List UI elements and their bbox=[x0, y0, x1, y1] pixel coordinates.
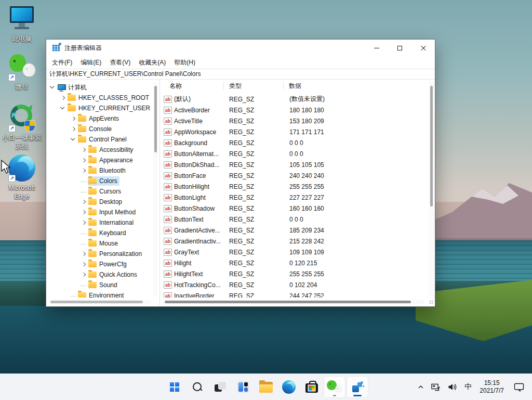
tree-item[interactable]: Control Panel bbox=[46, 134, 153, 145]
chevron-right-icon[interactable] bbox=[69, 125, 77, 133]
registry-value-row[interactable]: ActiveBorderREG_SZ180 180 180 bbox=[161, 105, 428, 115]
tree-item-label[interactable]: Quick Actions bbox=[99, 271, 137, 278]
chevron-right-icon[interactable] bbox=[59, 94, 67, 102]
registry-value-row[interactable]: (默认)REG_SZ(数值未设置) bbox=[161, 94, 428, 105]
registry-value-row[interactable]: ButtonAlternat...REG_SZ0 0 0 bbox=[161, 148, 428, 159]
chevron-right-icon[interactable] bbox=[79, 250, 88, 258]
registry-value-row[interactable]: ButtonHilightREG_SZ255 255 255 bbox=[161, 181, 428, 192]
chevron-right-icon[interactable] bbox=[79, 156, 88, 164]
menu-item[interactable]: 编辑(E) bbox=[76, 58, 105, 67]
column-header[interactable]: 名称 bbox=[161, 82, 224, 90]
widgets-button[interactable] bbox=[233, 377, 254, 397]
close-button[interactable] bbox=[411, 40, 435, 57]
tree-item-label[interactable]: HKEY_CURRENT_USER bbox=[78, 105, 150, 112]
registry-value-row[interactable]: GradientInactiv...REG_SZ215 228 242 bbox=[161, 236, 428, 247]
tree-item-label[interactable]: 计算机 bbox=[68, 83, 87, 92]
tree-item-label[interactable]: Environment bbox=[89, 292, 124, 298]
tree-item[interactable]: HKEY_CLASSES_ROOT bbox=[46, 93, 153, 103]
resize-grip[interactable] bbox=[429, 300, 434, 305]
chevron-right-icon[interactable] bbox=[69, 114, 77, 123]
tree-item[interactable]: 计算机 bbox=[46, 82, 153, 93]
chevron-right-icon[interactable] bbox=[79, 198, 88, 206]
chevron-right-icon[interactable] bbox=[79, 166, 88, 175]
search-button[interactable] bbox=[187, 377, 208, 397]
tree-item[interactable]: HKEY_CURRENT_USER bbox=[46, 103, 153, 113]
desktop-icon-this-pc[interactable]: 此电脑 bbox=[0, 5, 44, 44]
tree-item-label[interactable]: HKEY_CLASSES_ROOT bbox=[78, 94, 149, 101]
list-vertical-scrollbar[interactable] bbox=[429, 82, 434, 296]
hidden-icons-button[interactable] bbox=[414, 377, 428, 397]
chevron-right-icon[interactable] bbox=[79, 260, 88, 268]
column-header[interactable]: 数据 bbox=[284, 82, 428, 90]
chevron-right-icon[interactable] bbox=[79, 218, 88, 227]
minimize-button[interactable] bbox=[365, 40, 388, 57]
chevron-right-icon[interactable] bbox=[79, 146, 88, 154]
tree-item[interactable]: Desktop bbox=[46, 197, 153, 207]
chevron-down-icon[interactable] bbox=[48, 83, 57, 92]
tree-item[interactable]: International bbox=[46, 217, 153, 228]
maximize-button[interactable] bbox=[388, 40, 411, 57]
tree-item-label[interactable]: Input Method bbox=[99, 209, 136, 216]
notification-center-button[interactable] bbox=[510, 377, 528, 397]
tree-item[interactable]: Colors bbox=[46, 176, 153, 186]
tree-item-label[interactable]: Bluetooth bbox=[99, 167, 126, 174]
tree-item[interactable]: Input Method bbox=[46, 207, 153, 217]
registry-value-row[interactable]: ActiveTitleREG_SZ153 180 209 bbox=[161, 115, 428, 126]
edge-taskbar-button[interactable] bbox=[278, 377, 299, 397]
registry-value-row[interactable]: ButtonDkShad...REG_SZ105 105 105 bbox=[161, 159, 428, 170]
tree-item-label[interactable]: Colors bbox=[99, 177, 117, 185]
tree-item[interactable]: Sound bbox=[46, 280, 153, 290]
registry-value-row[interactable]: GradientActive...REG_SZ185 209 234 bbox=[161, 225, 428, 236]
tree-item-label[interactable]: Accessibility bbox=[99, 146, 133, 153]
wechat-taskbar-button[interactable] bbox=[324, 377, 345, 397]
tree-horizontal-scrollbar[interactable] bbox=[49, 300, 151, 304]
tree-item[interactable]: Cursors bbox=[46, 186, 153, 197]
registry-value-row[interactable]: ButtonLightREG_SZ227 227 227 bbox=[161, 192, 428, 203]
tree-item-label[interactable]: International bbox=[99, 219, 134, 226]
registry-value-row[interactable]: AppWorkspaceREG_SZ171 171 171 bbox=[161, 126, 428, 137]
menu-item[interactable]: 文件(F) bbox=[48, 58, 76, 67]
registry-value-row[interactable]: ButtonTextREG_SZ0 0 0 bbox=[161, 214, 428, 225]
clock[interactable]: 15:15 2021/7/7 bbox=[475, 377, 508, 397]
tree-item[interactable]: Keyboard bbox=[46, 228, 153, 238]
ime-indicator[interactable]: 中 bbox=[461, 377, 475, 397]
registry-editor-taskbar-button[interactable] bbox=[347, 377, 368, 397]
tree-item-label[interactable]: PowerCfg bbox=[99, 261, 127, 268]
chevron-right-icon[interactable] bbox=[79, 270, 88, 279]
tree-item-label[interactable]: Console bbox=[89, 125, 112, 133]
tree-item[interactable]: Appearance bbox=[46, 155, 153, 165]
start-button[interactable] bbox=[164, 377, 185, 397]
menu-item[interactable]: 帮助(H) bbox=[170, 58, 200, 67]
list-horizontal-scrollbar[interactable] bbox=[164, 300, 423, 304]
tree-item[interactable]: Environment bbox=[46, 290, 153, 298]
tree-item-label[interactable]: Cursors bbox=[99, 188, 121, 195]
title-bar[interactable]: 注册表编辑器 bbox=[46, 40, 435, 57]
column-header[interactable]: 类型 bbox=[224, 82, 284, 90]
tree-item[interactable]: Bluetooth bbox=[46, 165, 153, 176]
address-bar[interactable]: 计算机\HKEY_CURRENT_USER\Control Panel\Colo… bbox=[46, 69, 435, 80]
tree-item[interactable]: Quick Actions bbox=[46, 269, 153, 280]
tree-item-label[interactable]: Personalization bbox=[99, 250, 142, 257]
menu-item[interactable]: 收藏夹(A) bbox=[135, 58, 170, 67]
tree-item[interactable]: Accessibility bbox=[46, 145, 153, 155]
tree-item-label[interactable]: AppEvents bbox=[89, 115, 119, 122]
network-button[interactable] bbox=[428, 377, 444, 397]
registry-value-row[interactable]: HilightTextREG_SZ255 255 255 bbox=[161, 268, 428, 279]
volume-button[interactable] bbox=[444, 377, 461, 397]
tree-vertical-scrollbar[interactable] bbox=[153, 83, 158, 296]
registry-value-row[interactable]: InactiveBorderREG_SZ244 247 252 bbox=[161, 290, 428, 298]
desktop-icon-wechat[interactable]: ↗ 微信 bbox=[0, 53, 44, 92]
tree-item-label[interactable]: Appearance bbox=[99, 157, 133, 164]
tree-item-label[interactable]: Sound bbox=[99, 281, 117, 289]
tree-item-label[interactable]: Desktop bbox=[99, 198, 122, 205]
tree-item[interactable]: Personalization bbox=[46, 249, 153, 259]
registry-value-row[interactable]: ButtonShadowREG_SZ160 160 160 bbox=[161, 203, 428, 214]
registry-value-row[interactable]: ButtonFaceREG_SZ240 240 240 bbox=[161, 170, 428, 181]
tree-item-label[interactable]: Mouse bbox=[99, 240, 118, 247]
chevron-down-icon[interactable] bbox=[59, 104, 67, 112]
task-view-button[interactable] bbox=[210, 377, 231, 397]
tree-item-label[interactable]: Control Panel bbox=[89, 136, 127, 143]
registry-value-row[interactable]: GrayTextREG_SZ109 109 109 bbox=[161, 247, 428, 257]
file-explorer-button[interactable] bbox=[256, 377, 276, 397]
chevron-right-icon[interactable] bbox=[79, 208, 88, 216]
